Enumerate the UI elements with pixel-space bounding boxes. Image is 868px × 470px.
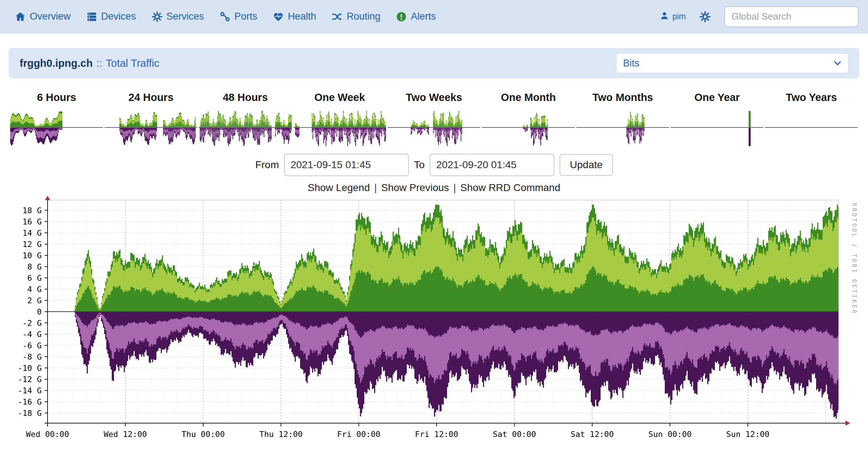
time-range-one-month[interactable]: One Month: [481, 92, 576, 153]
link-separator: |: [374, 182, 377, 193]
graph-title-link[interactable]: Total Traffic: [106, 57, 160, 69]
units-select-value: Bits: [623, 58, 639, 69]
thumbnail-graph-one-week[interactable]: [293, 105, 386, 151]
nav-item-label: Services: [167, 11, 204, 22]
routing-icon: [331, 11, 343, 23]
thumbnail-graph-two-years[interactable]: [765, 105, 858, 151]
thumbnail-graph-24-hours[interactable]: [105, 105, 197, 151]
device-hostname[interactable]: frggh0.ipng.ch: [20, 57, 93, 69]
nav-item-label: Alerts: [411, 11, 436, 22]
nav-item-routing[interactable]: Routing: [331, 11, 380, 23]
to-date-input[interactable]: [430, 154, 554, 176]
time-range-label: Two Months: [576, 92, 670, 104]
settings-gear-icon[interactable]: [699, 11, 711, 23]
services-icon: [151, 11, 163, 23]
page-title: frggh0.ipng.ch :: Total Traffic: [20, 57, 159, 69]
devices-icon: [86, 11, 98, 23]
alert-icon: [396, 11, 407, 23]
update-button[interactable]: Update: [560, 154, 613, 176]
thumbnail-graph-6-hours[interactable]: [10, 105, 103, 151]
time-range-48-hours[interactable]: 48 Hours: [198, 92, 292, 153]
title-separator: ::: [96, 57, 102, 69]
nav-item-ports[interactable]: Ports: [219, 11, 257, 23]
thumbnail-graph-two-weeks[interactable]: [388, 105, 480, 151]
time-range-label: 6 Hours: [9, 92, 104, 104]
thumbnail-graph-one-year[interactable]: [671, 105, 763, 151]
user-name: pim: [672, 12, 686, 21]
main-graph-area: [0, 195, 868, 449]
nav-item-devices[interactable]: Devices: [86, 11, 136, 23]
time-range-two-weeks[interactable]: Two Weeks: [387, 92, 481, 153]
nav-item-overview[interactable]: Overview: [15, 11, 71, 23]
time-range-6-hours[interactable]: 6 Hours: [9, 92, 104, 153]
nav-item-label: Routing: [347, 11, 380, 22]
nav-item-services[interactable]: Services: [151, 11, 204, 23]
time-range-label: 24 Hours: [104, 92, 198, 104]
ports-icon: [219, 11, 231, 23]
show-previous-link[interactable]: Show Previous: [381, 182, 449, 193]
global-search: [724, 6, 859, 27]
nav-item-label: Devices: [101, 11, 136, 22]
time-range-two-years[interactable]: Two Years: [764, 92, 859, 153]
time-range-one-year[interactable]: One Year: [670, 92, 764, 153]
thumbnail-graph-48-hours[interactable]: [199, 105, 292, 151]
navbar-right: pim: [660, 6, 859, 27]
nav-item-health[interactable]: Health: [273, 11, 316, 23]
nav-item-label: Overview: [30, 11, 71, 22]
show-rrd-command-link[interactable]: Show RRD Command: [460, 182, 560, 193]
time-range-label: One Month: [481, 92, 576, 104]
global-search-input[interactable]: [724, 6, 859, 27]
time-range-label: Two Years: [764, 92, 859, 104]
home-icon: [15, 11, 26, 23]
from-label: From: [255, 159, 279, 171]
time-range-label: One Week: [292, 92, 387, 104]
time-range-24-hours[interactable]: 24 Hours: [104, 92, 198, 153]
thumbnail-graph-two-months[interactable]: [576, 105, 669, 151]
link-separator: |: [453, 182, 456, 193]
graph-option-links: Show Legend|Show Previous|Show RRD Comma…: [0, 182, 868, 194]
date-range-controls: From To Update: [0, 154, 868, 176]
top-navbar: OverviewDevicesServicesPortsHealthRoutin…: [0, 0, 868, 33]
user-menu[interactable]: pim: [660, 11, 686, 23]
chevron-down-icon: [834, 59, 842, 67]
show-legend-link[interactable]: Show Legend: [308, 182, 370, 193]
thumbnail-graph-one-month[interactable]: [482, 105, 575, 151]
time-range-label: Two Weeks: [387, 92, 481, 104]
user-icon: [660, 11, 669, 23]
to-label: To: [414, 159, 425, 171]
nav-item-label: Ports: [234, 11, 257, 22]
from-date-input[interactable]: [284, 154, 409, 176]
health-icon: [273, 11, 284, 23]
units-select[interactable]: Bits: [616, 53, 848, 73]
nav-item-label: Health: [288, 11, 316, 22]
time-range-one-week[interactable]: One Week: [292, 92, 387, 153]
traffic-graph: [9, 195, 859, 449]
nav-item-alerts[interactable]: Alerts: [396, 11, 436, 23]
time-range-two-months[interactable]: Two Months: [576, 92, 670, 153]
time-range-label: 48 Hours: [198, 92, 292, 104]
nav-items: OverviewDevicesServicesPortsHealthRoutin…: [15, 11, 436, 23]
time-range-label: One Year: [670, 92, 764, 104]
time-range-thumbnails: 6 Hours24 Hours48 HoursOne WeekTwo Weeks…: [0, 92, 868, 153]
device-header: frggh0.ipng.ch :: Total Traffic Bits: [9, 48, 859, 78]
